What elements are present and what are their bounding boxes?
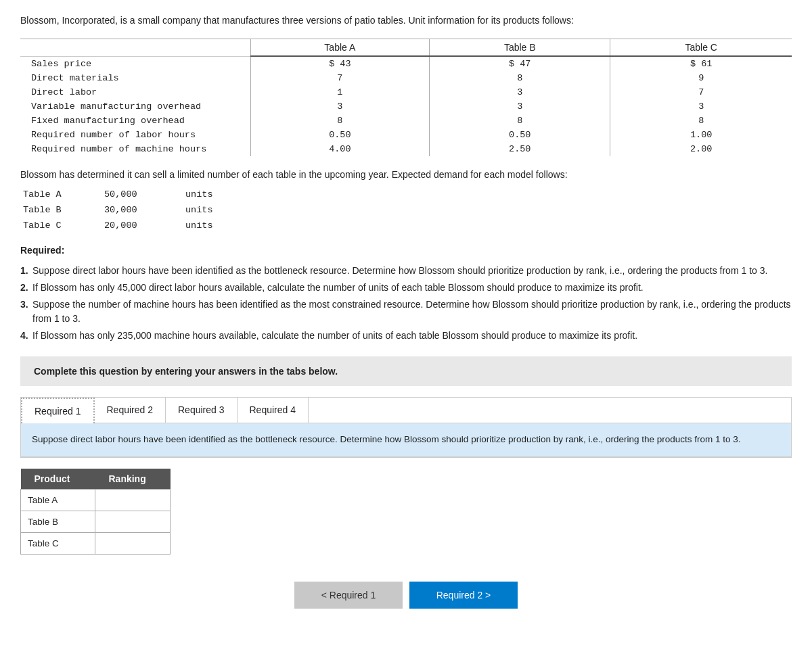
demand-row: Table A 50,000 units bbox=[23, 187, 792, 203]
row-val-c: 2.00 bbox=[610, 142, 792, 156]
tabs-container: Required 1Required 2Required 3Required 4… bbox=[20, 397, 792, 458]
ranking-input[interactable] bbox=[102, 515, 163, 528]
demand-unit: units bbox=[185, 187, 213, 203]
demand-amount: 50,000 bbox=[104, 187, 158, 203]
answer-product: Table C bbox=[21, 532, 95, 554]
required-label: Required: bbox=[20, 245, 792, 256]
unit-table-row: Required number of machine hours 4.00 2.… bbox=[20, 142, 792, 156]
ranking-input[interactable] bbox=[102, 494, 163, 507]
answer-product: Table B bbox=[21, 511, 95, 532]
row-val-a: 4.00 bbox=[250, 142, 430, 156]
unit-table-row: Direct materials 7 8 9 bbox=[20, 71, 792, 85]
demand-intro: Blossom has determined it can sell a lim… bbox=[20, 167, 792, 183]
row-val-c: 9 bbox=[610, 71, 792, 85]
tab-required-3[interactable]: Required 3 bbox=[166, 398, 238, 423]
demand-amount: 20,000 bbox=[104, 218, 158, 234]
req-text: Suppose direct labor hours have been ide… bbox=[32, 264, 792, 278]
row-val-a: 1 bbox=[250, 85, 430, 99]
row-val-b: 3 bbox=[430, 85, 610, 99]
demand-row: Table C 20,000 units bbox=[23, 218, 792, 234]
intro-text: Blossom, Incorporated, is a small compan… bbox=[20, 14, 792, 28]
req-num: 3. bbox=[20, 298, 30, 326]
demand-section: Blossom has determined it can sell a lim… bbox=[20, 167, 792, 234]
col-header-a: Table A bbox=[250, 39, 430, 57]
req-item: 1. Suppose direct labor hours have been … bbox=[20, 264, 792, 278]
prev-button[interactable]: < Required 1 bbox=[294, 582, 403, 609]
answer-row: Table A bbox=[21, 489, 171, 511]
row-val-b: 0.50 bbox=[430, 128, 610, 142]
req-item: 3. Suppose the number of machine hours h… bbox=[20, 298, 792, 326]
tabs-row: Required 1Required 2Required 3Required 4 bbox=[21, 398, 791, 423]
col-header-b: Table B bbox=[430, 39, 610, 57]
row-label: Required number of machine hours bbox=[20, 142, 250, 156]
requirements-list: 1. Suppose direct labor hours have been … bbox=[20, 264, 792, 343]
answer-col-ranking: Ranking bbox=[95, 469, 171, 490]
unit-table-row: Fixed manufacturing overhead 8 8 8 bbox=[20, 114, 792, 128]
tab-required-2[interactable]: Required 2 bbox=[95, 398, 166, 423]
req-text: Suppose the number of machine hours has … bbox=[32, 298, 792, 326]
row-val-c: 8 bbox=[610, 114, 792, 128]
row-label: Direct materials bbox=[20, 71, 250, 85]
req-num: 1. bbox=[20, 264, 30, 278]
answer-row: Table C bbox=[21, 532, 171, 554]
row-label: Direct labor bbox=[20, 85, 250, 99]
row-val-c: 1.00 bbox=[610, 128, 792, 142]
row-label: Sales price bbox=[20, 56, 250, 71]
demand-product: Table A bbox=[23, 187, 77, 203]
demand-product: Table C bbox=[23, 218, 77, 234]
row-val-a: 3 bbox=[250, 99, 430, 114]
row-val-c: 3 bbox=[610, 99, 792, 114]
req-num: 2. bbox=[20, 281, 30, 295]
req-item: 2. If Blossom has only 45,000 direct lab… bbox=[20, 281, 792, 295]
row-val-b: 8 bbox=[430, 71, 610, 85]
answer-table-container: Product Ranking Table A Table B Table C bbox=[20, 458, 792, 568]
tab-required-1[interactable]: Required 1 bbox=[21, 398, 95, 423]
row-val-b: $ 47 bbox=[430, 56, 610, 71]
row-label: Fixed manufacturing overhead bbox=[20, 114, 250, 128]
req-item: 4. If Blossom has only 235,000 machine h… bbox=[20, 329, 792, 343]
answer-product: Table A bbox=[21, 489, 95, 511]
complete-box: Complete this question by entering your … bbox=[20, 356, 792, 386]
tab-content: Suppose direct labor hours have been ide… bbox=[21, 423, 791, 457]
req-num: 4. bbox=[20, 329, 30, 343]
demand-unit: units bbox=[185, 203, 213, 218]
req-text: If Blossom has only 235,000 machine hour… bbox=[32, 329, 792, 343]
ranking-input[interactable] bbox=[102, 537, 163, 550]
row-val-b: 2.50 bbox=[430, 142, 610, 156]
row-val-a: 7 bbox=[250, 71, 430, 85]
answer-ranking-cell[interactable] bbox=[95, 511, 171, 532]
row-val-c: $ 61 bbox=[610, 56, 792, 71]
row-val-a: 0.50 bbox=[250, 128, 430, 142]
answer-ranking-cell[interactable] bbox=[95, 489, 171, 511]
row-val-a: 8 bbox=[250, 114, 430, 128]
demand-amount: 30,000 bbox=[104, 203, 158, 218]
col-header-c: Table C bbox=[610, 39, 792, 57]
demand-grid: Table A 50,000 units Table B 30,000 unit… bbox=[23, 187, 792, 234]
demand-row: Table B 30,000 units bbox=[23, 203, 792, 218]
answer-col-product: Product bbox=[21, 469, 95, 490]
unit-info-table: Table A Table B Table C Sales price $ 43… bbox=[20, 39, 792, 156]
row-val-c: 7 bbox=[610, 85, 792, 99]
answer-ranking-cell[interactable] bbox=[95, 532, 171, 554]
tab-required-4[interactable]: Required 4 bbox=[238, 398, 309, 423]
demand-unit: units bbox=[185, 218, 213, 234]
row-val-b: 3 bbox=[430, 99, 610, 114]
answer-row: Table B bbox=[21, 511, 171, 532]
unit-table-row: Sales price $ 43 $ 47 $ 61 bbox=[20, 56, 792, 71]
row-label: Variable manufacturing overhead bbox=[20, 99, 250, 114]
answer-table: Product Ranking Table A Table B Table C bbox=[20, 469, 171, 555]
demand-product: Table B bbox=[23, 203, 77, 218]
unit-table-row: Direct labor 1 3 7 bbox=[20, 85, 792, 99]
row-label: Required number of labor hours bbox=[20, 128, 250, 142]
unit-table-row: Required number of labor hours 0.50 0.50… bbox=[20, 128, 792, 142]
row-val-b: 8 bbox=[430, 114, 610, 128]
row-val-a: $ 43 bbox=[250, 56, 430, 71]
nav-buttons: < Required 1 Required 2 > bbox=[20, 582, 792, 615]
next-button[interactable]: Required 2 > bbox=[409, 582, 518, 609]
req-text: If Blossom has only 45,000 direct labor … bbox=[32, 281, 792, 295]
unit-table-row: Variable manufacturing overhead 3 3 3 bbox=[20, 99, 792, 114]
